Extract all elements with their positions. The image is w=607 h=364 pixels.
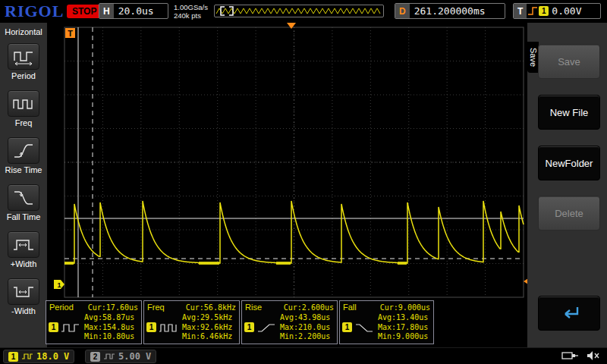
horizontal-label: H (99, 4, 114, 18)
waveform-display: T1 (47, 23, 527, 347)
measure-item-label: Freq (8, 118, 39, 127)
rigol-logo: RIGOL (5, 2, 64, 21)
measure-item-plus-width[interactable]: +Width (8, 231, 39, 268)
measurement-min: Min:2.200us (280, 332, 337, 342)
measure-item-label: Fall Time (7, 212, 41, 221)
return-arrow-icon (556, 305, 582, 322)
measurement-name: Fall (343, 303, 357, 312)
delay-box[interactable]: D 261.200000ms (395, 3, 505, 19)
measurement-name: Rise (245, 303, 262, 312)
measure-item-label: Rise Time (5, 165, 42, 174)
trigger-source-badge: 1 (539, 6, 549, 16)
measurement-cur: Cur:9.000us (380, 303, 430, 312)
trigger-level-value: 0.00V (549, 5, 584, 17)
delete-button[interactable]: Delete (538, 196, 600, 231)
channel2-status[interactable]: 2 5.00 V (85, 350, 156, 363)
period-wave-icon (61, 322, 80, 333)
delay-label: D (395, 4, 410, 18)
top-status-bar: RIGOL STOP H 20.0us 1.00GSa/s 240k pts D… (0, 0, 607, 23)
measurement-panel-fall: Fall Cur:9.000us 1 Avg:13.40us Max:17.80… (339, 300, 434, 344)
fall-wave-icon (354, 322, 374, 333)
bottom-status-bar: 1 18.0 V 2 5.00 V (0, 347, 607, 364)
measurement-panel-freq: Freq Cur:56.8kHz 1 Avg:29.5kHz Max:92.6k… (143, 300, 240, 344)
rise-time-icon (12, 142, 35, 160)
measurement-max: Max:154.8us (84, 323, 141, 333)
channel2-wave-icon (103, 353, 115, 360)
channel-badge: 1 (49, 322, 58, 332)
minus-width-icon (12, 283, 35, 301)
measurement-min: Min:6.46kHz (182, 332, 239, 342)
measurement-cur: Cur:56.8kHz (186, 303, 236, 312)
new-folder-button[interactable]: NewFolder (538, 146, 600, 180)
right-soft-menu: Save Save New File NewFolder Delete (527, 23, 607, 347)
measurement-avg: Avg:29.5kHz (182, 313, 239, 323)
measurement-name: Freq (147, 303, 165, 312)
speaker-icon (586, 350, 601, 361)
measurement-name: Period (49, 303, 74, 312)
measurement-cur: Cur:17.60us (88, 303, 138, 312)
measure-menu-title: Horizontal (5, 27, 42, 36)
measurement-panel-rise: Rise Cur:2.600us 1 Avg:43.98us Max:210.0… (241, 300, 338, 344)
channel1-wave-icon (21, 353, 33, 360)
left-measure-menu: Horizontal Period Freq Ri (0, 23, 47, 347)
measure-item-freq[interactable]: Freq (8, 90, 39, 127)
measure-item-label: -Width (8, 306, 39, 315)
measurement-avg: Avg:58.87us (84, 313, 141, 323)
measurement-max: Max:210.0us (280, 323, 337, 333)
run-state-badge: STOP (67, 5, 102, 18)
new-file-button[interactable]: New File (538, 95, 600, 130)
memory-depth: 240k pts (174, 11, 208, 20)
trigger-label: T (514, 4, 527, 18)
svg-text:T: T (68, 29, 73, 38)
measurement-max: Max:92.6kHz (182, 323, 239, 333)
oscilloscope-screen: RIGOL STOP H 20.0us 1.00GSa/s 240k pts D… (0, 0, 607, 364)
measurement-avg: Avg:43.98us (280, 313, 337, 323)
memory-preview-wave (215, 5, 383, 17)
trigger-edge-icon (527, 5, 539, 17)
measure-item-rise-time[interactable]: Rise Time (5, 137, 42, 174)
horizontal-value: 20.0us (114, 5, 159, 17)
measurement-min: Min:9.000us (378, 332, 433, 342)
rise-wave-icon (256, 322, 276, 333)
horizontal-scale-box[interactable]: H 20.0us (99, 3, 168, 19)
channel-badge: 1 (146, 322, 156, 332)
channel-badge: 1 (244, 322, 254, 332)
measure-item-label: +Width (8, 259, 39, 268)
channel-badge: 1 (342, 322, 352, 332)
trigger-box[interactable]: T 1 0.00V (513, 3, 601, 19)
plus-width-icon (12, 236, 35, 254)
measure-item-fall-time[interactable]: Fall Time (7, 184, 41, 221)
measurement-min: Min:10.80us (84, 332, 141, 342)
measure-item-minus-width[interactable]: -Width (8, 278, 39, 315)
freq-wave-icon (159, 322, 178, 333)
channel1-status[interactable]: 1 18.0 V (3, 350, 74, 363)
measurement-panel-period: Period Cur:17.60us 1 Avg:58.87us Max:154… (46, 300, 142, 344)
freq-icon (12, 95, 35, 113)
sample-rate: 1.00GSa/s (174, 3, 208, 11)
measurement-max: Max:17.80us (378, 323, 433, 333)
svg-text:1: 1 (58, 281, 61, 289)
channel1-scale: 18.0 V (36, 351, 69, 362)
measure-item-label: Period (8, 71, 39, 80)
menu-tab: Save (527, 42, 539, 73)
measurement-cur: Cur:2.600us (284, 303, 334, 312)
channel2-scale: 5.00 V (118, 351, 151, 362)
waveform-svg: T1 (47, 23, 527, 347)
save-button[interactable]: Save (538, 44, 600, 79)
measurement-avg: Avg:13.40us (378, 313, 433, 323)
back-button[interactable] (538, 296, 600, 331)
measure-item-period[interactable]: Period (8, 43, 39, 80)
channel2-badge: 2 (90, 352, 100, 362)
memory-preview[interactable] (214, 5, 384, 17)
usb-icon (561, 350, 580, 361)
acquisition-info: 1.00GSa/s 240k pts (174, 3, 208, 20)
delay-value: 261.200000ms (410, 5, 490, 17)
period-icon (12, 48, 35, 66)
channel1-badge: 1 (8, 352, 18, 362)
fall-time-icon (12, 189, 35, 207)
